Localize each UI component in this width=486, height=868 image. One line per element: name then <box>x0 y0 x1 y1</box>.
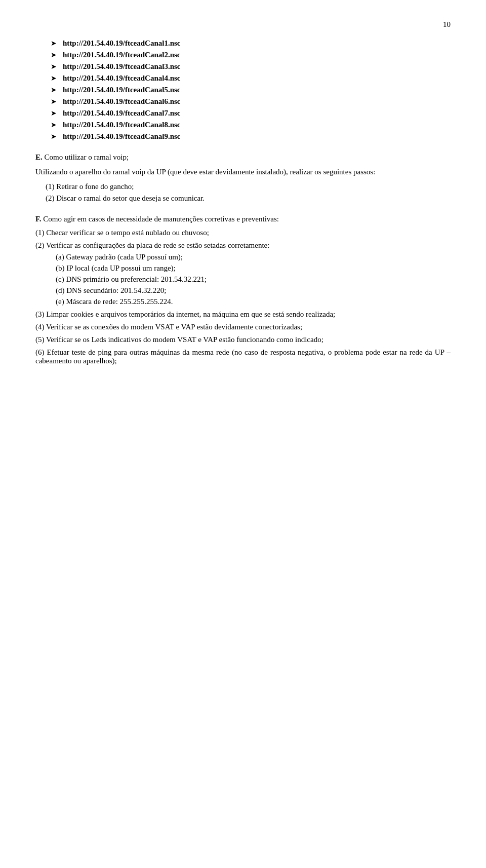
main-list-item: (5) Verificar se os Leds indicativos do … <box>35 335 451 344</box>
url-text: http://201.54.40.19/ftceadCanal8.nsc <box>63 121 181 129</box>
section-e-intro: Utilizando o aparelho do ramal voip da U… <box>35 168 451 176</box>
url-list: ➤http://201.54.40.19/ftceadCanal1.nsc➤ht… <box>35 39 451 141</box>
url-item: ➤http://201.54.40.19/ftceadCanal8.nsc <box>35 121 451 129</box>
arrow-icon: ➤ <box>51 97 57 106</box>
main-list-item: (1) Checar verificar se o tempo está nub… <box>35 229 451 237</box>
arrow-icon: ➤ <box>51 109 57 118</box>
url-text: http://201.54.40.19/ftceadCanal9.nsc <box>63 132 181 141</box>
arrow-icon: ➤ <box>51 121 57 129</box>
section-f-intro: F. Como agir em casos de necessidade de … <box>35 215 451 223</box>
section-e-steps: (1) Retirar o fone do gancho;(2) Discar … <box>35 182 451 203</box>
arrow-icon: ➤ <box>51 62 57 71</box>
step-item: (2) Discar o ramal do setor que deseja s… <box>35 194 451 203</box>
section-e-title: E. Como utilizar o ramal voip; <box>35 153 451 162</box>
url-item: ➤http://201.54.40.19/ftceadCanal2.nsc <box>35 51 451 59</box>
url-item: ➤http://201.54.40.19/ftceadCanal6.nsc <box>35 97 451 106</box>
sub-list-item: (e) Máscara de rede: 255.255.255.224. <box>56 297 451 306</box>
sub-list-item: (a) Gateway padrão (cada UP possuí um); <box>56 253 451 261</box>
main-list-item: (3) Limpar cookies e arquivos temporário… <box>35 310 451 319</box>
sub-list-item: (b) IP local (cada UP possui um range); <box>56 264 451 273</box>
arrow-icon: ➤ <box>51 51 57 59</box>
sub-list-item: (c) DNS primário ou preferencial: 201.54… <box>56 275 451 284</box>
url-text: http://201.54.40.19/ftceadCanal6.nsc <box>63 97 181 106</box>
url-text: http://201.54.40.19/ftceadCanal1.nsc <box>63 39 181 48</box>
section-f-items: (1) Checar verificar se o tempo está nub… <box>35 229 451 365</box>
url-item: ➤http://201.54.40.19/ftceadCanal9.nsc <box>35 132 451 141</box>
url-text: http://201.54.40.19/ftceadCanal3.nsc <box>63 62 181 71</box>
arrow-icon: ➤ <box>51 74 57 83</box>
url-text: http://201.54.40.19/ftceadCanal4.nsc <box>63 74 181 83</box>
url-item: ➤http://201.54.40.19/ftceadCanal4.nsc <box>35 74 451 83</box>
url-text: http://201.54.40.19/ftceadCanal7.nsc <box>63 109 181 118</box>
url-item: ➤http://201.54.40.19/ftceadCanal7.nsc <box>35 109 451 118</box>
url-item: ➤http://201.54.40.19/ftceadCanal1.nsc <box>35 39 451 48</box>
sub-list-item: (d) DNS secundário: 201.54.32.220; <box>56 286 451 295</box>
url-text: http://201.54.40.19/ftceadCanal5.nsc <box>63 86 181 94</box>
section-f: F. Como agir em casos de necessidade de … <box>35 215 451 365</box>
sub-list: (a) Gateway padrão (cada UP possuí um);(… <box>56 253 451 306</box>
item-text: (2) Verificar as configurações da placa … <box>35 241 269 249</box>
page-number: 10 <box>35 20 451 29</box>
main-list-item: (6) Efetuar teste de ping para outras má… <box>35 348 451 365</box>
url-item: ➤http://201.54.40.19/ftceadCanal3.nsc <box>35 62 451 71</box>
section-e: E. Como utilizar o ramal voip; Utilizand… <box>35 153 451 203</box>
url-text: http://201.54.40.19/ftceadCanal2.nsc <box>63 51 181 59</box>
main-list-item: (2) Verificar as configurações da placa … <box>35 241 451 306</box>
arrow-icon: ➤ <box>51 132 57 141</box>
main-list-item: (4) Verificar se as conexões do modem VS… <box>35 323 451 331</box>
arrow-icon: ➤ <box>51 39 57 48</box>
step-item: (1) Retirar o fone do gancho; <box>35 182 451 191</box>
url-item: ➤http://201.54.40.19/ftceadCanal5.nsc <box>35 86 451 94</box>
arrow-icon: ➤ <box>51 86 57 94</box>
